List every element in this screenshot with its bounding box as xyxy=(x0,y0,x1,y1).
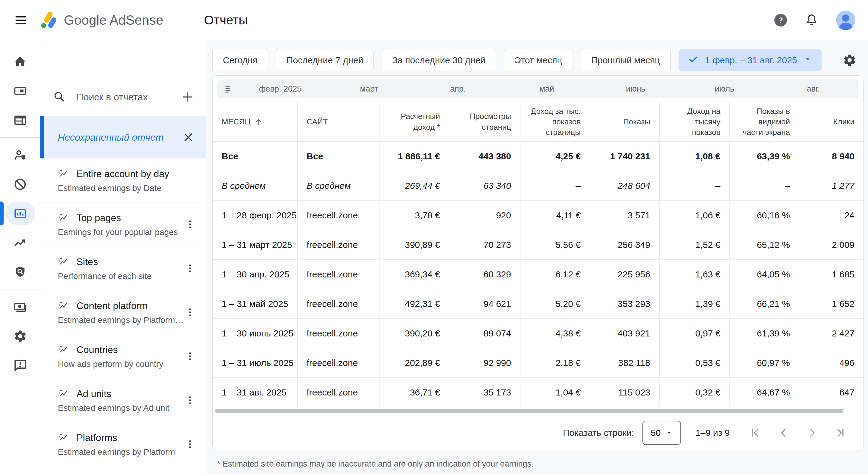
column-header[interactable]: Доход на тысячу показов xyxy=(659,102,730,141)
kebab-menu-icon[interactable] xyxy=(185,439,195,449)
next-page-icon[interactable] xyxy=(806,426,818,439)
hamburger-menu-icon[interactable] xyxy=(14,13,28,27)
date-filter-button[interactable]: Этот месяц xyxy=(504,49,573,71)
table-cell: 5,20 € xyxy=(521,289,590,318)
table-header-row: МЕСЯЦСАЙТРасчетный доход *Просмотры стра… xyxy=(213,102,864,141)
report-item[interactable]: Top pages Earnings for your popular page… xyxy=(40,202,206,246)
help-icon[interactable]: ? xyxy=(774,13,787,27)
table-cell: 115 023 xyxy=(590,378,659,407)
kebab-menu-icon[interactable] xyxy=(185,395,195,405)
brand-text: Google AdSense xyxy=(64,13,163,28)
table-cell: – xyxy=(730,171,799,200)
date-filter-button[interactable]: Прошлый месяц xyxy=(581,49,671,71)
table-cell: 63,39 % xyxy=(730,141,799,171)
kebab-menu-icon[interactable] xyxy=(185,307,195,317)
table-cell: 1 – 31 июль 2025 xyxy=(213,348,298,377)
rail-blocking-controls-icon[interactable] xyxy=(0,169,40,199)
report-subtitle: Estimated earnings by Platform xyxy=(58,447,185,457)
column-header[interactable]: МЕСЯЦ xyxy=(213,102,298,141)
table-cell: 1 277 xyxy=(799,171,864,200)
kebab-menu-icon[interactable] xyxy=(185,263,195,274)
rail-sites-icon[interactable] xyxy=(0,105,40,135)
topbar: Google AdSense Отчеты ? xyxy=(0,0,868,40)
table-row: 1 – 31 март 2025freecell.zone390,89 €70 … xyxy=(213,230,864,260)
table-row: 1 – 31 авг. 2025freecell.zone36,71 €35 1… xyxy=(213,378,864,407)
table-cell: 1,39 € xyxy=(659,289,730,318)
rail-ads-icon[interactable] xyxy=(0,76,40,105)
rail-home-icon[interactable] xyxy=(0,47,40,76)
table-cell: – xyxy=(521,171,590,200)
table-row: ВсеВсе1 886,11 €443 3804,25 €1 740 2311,… xyxy=(213,141,864,171)
table-cell: 2 427 xyxy=(799,319,864,348)
report-settings-gear-icon[interactable] xyxy=(843,53,857,67)
avatar[interactable] xyxy=(836,10,855,30)
column-header[interactable]: Расчетный доход * xyxy=(380,102,450,141)
report-list: Entire account by day Estimated earnings… xyxy=(40,158,206,475)
table-cell: 1 652 xyxy=(799,289,864,318)
rail-settings-gear-icon[interactable] xyxy=(0,321,40,351)
horizontal-scrollbar[interactable] xyxy=(213,409,863,414)
date-filter-button[interactable]: Сегодня xyxy=(212,49,268,71)
report-item[interactable]: Platforms Estimated earnings by Platform xyxy=(40,422,206,466)
column-header[interactable]: Просмотры страниц xyxy=(450,102,521,141)
unsaved-report-item[interactable]: Несохраненный отчет xyxy=(40,116,206,158)
column-header[interactable]: Показы в видимой части экрана xyxy=(730,102,799,141)
add-report-plus-icon[interactable] xyxy=(181,90,194,104)
report-item[interactable]: Countries How ads perform by country xyxy=(40,334,206,378)
report-item[interactable]: Ad units Estimated earnings by Ad unit xyxy=(40,378,206,422)
kebab-menu-icon[interactable] xyxy=(185,351,195,361)
insights-sparkle-icon xyxy=(58,432,69,444)
close-icon[interactable] xyxy=(183,132,194,143)
scrollbar-thumb[interactable] xyxy=(215,409,843,413)
rail-reports-icon[interactable] xyxy=(0,199,40,228)
kebab-menu-icon[interactable] xyxy=(185,219,195,229)
column-header[interactable]: Показы xyxy=(590,102,659,141)
date-range-chip[interactable]: 1 февр. – 31 авг. 2025 xyxy=(679,49,822,71)
unsaved-report-label: Несохраненный отчет xyxy=(58,132,183,143)
column-header[interactable]: САЙТ xyxy=(298,102,380,141)
first-page-icon[interactable] xyxy=(749,426,762,439)
rail-feedback-icon[interactable] xyxy=(0,351,40,380)
table-cell: 0,53 € xyxy=(659,348,730,377)
table-cell: 1 – 28 февр. 2025 xyxy=(213,200,298,230)
previous-page-icon[interactable] xyxy=(777,426,790,439)
date-filter-button[interactable]: За последние 30 дней xyxy=(381,49,496,71)
last-page-icon[interactable] xyxy=(834,426,847,439)
report-title: Entire account by day xyxy=(76,168,169,180)
rows-per-page-value: 50 xyxy=(651,428,660,438)
column-header[interactable]: Доход за тыс. показов страницы xyxy=(521,102,590,141)
report-title: Platforms xyxy=(76,432,117,443)
search-input[interactable]: Поиск в отчетах xyxy=(76,92,181,103)
rail-policy-center-icon[interactable] xyxy=(0,257,40,286)
table-cell: 1 – 31 март 2025 xyxy=(213,230,298,259)
table-cell: 64,67 % xyxy=(730,378,799,407)
report-card: февр. 2025мартапр.майиюньиюльавг. МЕСЯЦС… xyxy=(212,75,864,451)
table-cell: 70 273 xyxy=(450,230,521,259)
search-row: Поиск в отчетах xyxy=(40,40,206,116)
table-cell: 920 xyxy=(450,200,521,230)
table-cell: 1 – 31 май 2025 xyxy=(213,289,298,318)
earnings-footnote: * Estimated site earnings may be inaccur… xyxy=(217,460,868,469)
report-item[interactable]: Sites Performance of each site xyxy=(40,246,206,290)
timeline-scrubber[interactable]: февр. 2025мартапр.майиюньиюльавг. xyxy=(217,80,859,98)
timeline-month-label: май xyxy=(502,80,591,98)
rows-per-page-select[interactable]: 50 xyxy=(643,421,681,445)
table-cell: – xyxy=(659,171,730,200)
table-cell: 1,06 € xyxy=(659,200,730,230)
report-item[interactable]: Entire account by day Estimated earnings… xyxy=(40,158,206,202)
insights-sparkle-icon xyxy=(58,344,69,356)
table-cell: 89 074 xyxy=(450,319,521,348)
rail-optimization-icon[interactable] xyxy=(0,228,40,257)
rail-payments-icon[interactable] xyxy=(0,292,40,321)
column-header[interactable]: Клики xyxy=(799,102,864,141)
date-filter-button[interactable]: Последние 7 дней xyxy=(276,49,374,71)
table-cell: 369,34 € xyxy=(380,260,450,289)
report-title: Ad units xyxy=(76,388,112,400)
notifications-bell-icon[interactable] xyxy=(805,13,818,27)
adsense-logo[interactable]: Google AdSense xyxy=(40,11,163,30)
rail-privacy-messaging-icon[interactable] xyxy=(0,140,40,169)
table-cell: 492,31 € xyxy=(380,289,450,318)
insights-sparkle-icon xyxy=(58,168,69,181)
table-cell: freecell.zone xyxy=(298,348,380,377)
report-item[interactable]: Content platform Estimated earnings by P… xyxy=(40,290,206,334)
